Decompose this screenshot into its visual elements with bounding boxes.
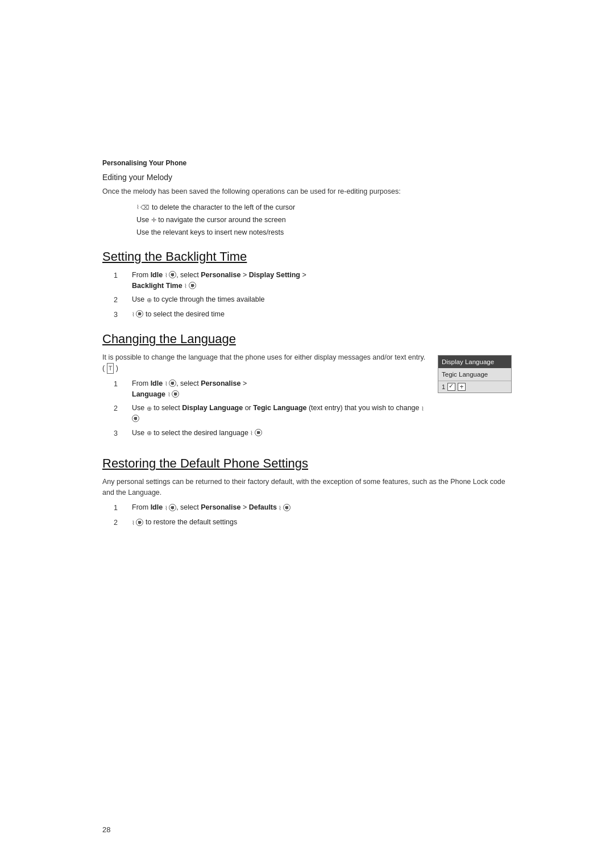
widget-footer: 1 + — [438, 381, 511, 393]
signal-sym-1: ⌇ — [165, 271, 167, 279]
bullet-item-2: Use ✛ to navigate the cursor around the … — [136, 214, 512, 226]
editing-melody-section: Editing your Melody Once the melody has … — [102, 173, 512, 238]
lang-step-num-3: 3 — [114, 428, 121, 439]
text-icon-inline: T — [107, 363, 114, 374]
step-content-3: ⌇ to select the desired time — [132, 309, 512, 320]
step-num-3: 3 — [114, 309, 121, 320]
lang-personalise-1: Personalise — [201, 379, 240, 387]
step-num-1: 1 — [114, 270, 121, 281]
section-label: Personalising Your Phone — [102, 159, 512, 167]
lang-nav-2: ⊕ — [147, 404, 152, 414]
restore-signal-1: ⌇ — [165, 504, 167, 512]
restoring-steps: 1 From Idle ⌇ , select Personalise > Def… — [114, 502, 512, 528]
personalise-label-1: Personalise — [201, 271, 240, 279]
lang-signal-1b: ⌇ — [168, 390, 170, 399]
lang-idle-1: Idle — [151, 379, 163, 387]
lang-step-content-1: From Idle ⌇ , select Personalise > Langu… — [132, 378, 426, 400]
editing-melody-bullets: ⌇ ⌫ to delete the character to the left … — [136, 202, 512, 238]
language-steps: 1 From Idle ⌇ , select Personalise > Lan… — [114, 378, 426, 439]
backlight-title: Setting the Backlight Time — [102, 249, 512, 264]
lang-signal-1: ⌇ — [165, 379, 167, 388]
lang-signal-2: ⌇ — [421, 404, 424, 413]
restore-personalise-1: Personalise — [201, 503, 240, 511]
bullet-item-1: ⌇ ⌫ to delete the character to the left … — [136, 202, 512, 213]
lang-step-num-1: 1 — [114, 378, 121, 390]
lang-signal-3: ⌇ — [250, 429, 252, 437]
restore-step-num-1: 1 — [114, 502, 121, 514]
lang-step-content-2: Use ⊕ to select Display Language or Tegi… — [132, 403, 426, 424]
lang-circle-1b — [172, 390, 179, 398]
nav-icon-2: ⊕ — [147, 295, 152, 305]
backlight-time-label: Backlight Time — [132, 282, 182, 290]
language-text-col: It is possible to change the language th… — [102, 352, 426, 445]
step-content-1: From Idle ⌇ , select Personalise > Displ… — [132, 270, 512, 291]
circle-dot-1 — [169, 271, 176, 278]
restore-defaults-label: Defaults — [249, 503, 277, 511]
restoring-step-1: 1 From Idle ⌇ , select Personalise > Def… — [114, 502, 512, 514]
signal-sym-1b: ⌇ — [184, 282, 186, 290]
backlight-step-2: 2 Use ⊕ to cycle through the times avail… — [114, 294, 512, 306]
widget-row-1: Display Language — [438, 356, 511, 368]
backspace-icon: ⌫ — [140, 203, 150, 213]
restore-idle-1: Idle — [151, 503, 163, 511]
circle-dot-3 — [136, 310, 143, 318]
nav-icon-1: ✛ — [151, 215, 156, 226]
lang-language-label: Language — [132, 390, 165, 398]
restore-step-content-1: From Idle ⌇ , select Personalise > Defau… — [132, 502, 512, 513]
restoring-title: Restoring the Default Phone Settings — [102, 456, 512, 471]
lang-step-content-3: Use ⊕ to select the desired language ⌇ — [132, 428, 426, 439]
backlight-step-3: 3 ⌇ to select the desired time — [114, 309, 512, 320]
editing-melody-title: Editing your Melody — [102, 173, 512, 182]
language-step-1: 1 From Idle ⌇ , select Personalise > Lan… — [114, 378, 426, 400]
backlight-section: Setting the Backlight Time 1 From Idle ⌇… — [102, 249, 512, 321]
restore-signal-2: ⌇ — [132, 519, 134, 527]
bullet-text-3: Use the relevant keys to insert new note… — [136, 228, 284, 236]
language-section: Changing the Language It is possible to … — [102, 332, 512, 445]
idle-label-1: Idle — [151, 271, 163, 279]
display-lang-label: Display Language — [182, 404, 243, 412]
language-body: It is possible to change the language th… — [102, 352, 426, 374]
restore-circle-2 — [136, 519, 143, 526]
signal-sym-3: ⌇ — [132, 310, 134, 319]
bullet-text-1: to delete the character to the left of t… — [152, 203, 295, 211]
widget-checkbox — [447, 383, 455, 391]
bullet-text-2: Use ✛ to navigate the cursor around the … — [136, 216, 286, 224]
page-number: 28 — [102, 825, 110, 834]
bullet-item-3: Use the relevant keys to insert new note… — [136, 227, 512, 238]
signal-icon-1: ⌇ — [136, 203, 139, 212]
step-content-2: Use ⊕ to cycle through the times availab… — [132, 294, 512, 305]
language-two-col: It is possible to change the language th… — [102, 352, 512, 445]
circle-dot-1b — [189, 282, 196, 289]
display-setting-label: Display Setting — [249, 271, 300, 279]
step-num-2: 2 — [114, 294, 121, 306]
backlight-step-1: 1 From Idle ⌇ , select Personalise > Dis… — [114, 270, 512, 291]
editing-melody-body: Once the melody has been saved the follo… — [102, 186, 512, 197]
restoring-step-2: 2 ⌇ to restore the default settings — [114, 517, 512, 528]
restoring-body: Any personal settings can be returned to… — [102, 477, 512, 498]
restore-step-num-2: 2 — [114, 517, 121, 528]
display-language-widget: Display Language Tegic Language 1 + — [438, 355, 512, 393]
lang-circle-3 — [255, 429, 262, 436]
restoring-section: Restoring the Default Phone Settings Any… — [102, 456, 512, 529]
restore-circle-1 — [169, 504, 176, 511]
page-content: Personalising Your Phone Editing your Me… — [0, 0, 614, 868]
lang-step-num-2: 2 — [114, 403, 121, 414]
restore-signal-1b: ⌇ — [279, 504, 281, 512]
language-title: Changing the Language — [102, 332, 512, 347]
restore-circle-1b — [283, 504, 291, 511]
widget-number: 1 — [442, 383, 445, 390]
lang-nav-3: ⊕ — [147, 428, 152, 438]
widget-plusbox: + — [458, 383, 466, 391]
language-step-2: 2 Use ⊕ to select Display Language or Te… — [114, 403, 426, 424]
lang-circle-1 — [169, 379, 176, 387]
lang-circle-2 — [132, 415, 139, 422]
backlight-steps: 1 From Idle ⌇ , select Personalise > Dis… — [114, 270, 512, 321]
restore-step-content-2: ⌇ to restore the default settings — [132, 517, 512, 528]
language-step-3: 3 Use ⊕ to select the desired language ⌇ — [114, 428, 426, 439]
widget-row-2: Tegic Language — [438, 368, 511, 381]
tegic-lang-label: Tegic Language — [253, 404, 306, 412]
